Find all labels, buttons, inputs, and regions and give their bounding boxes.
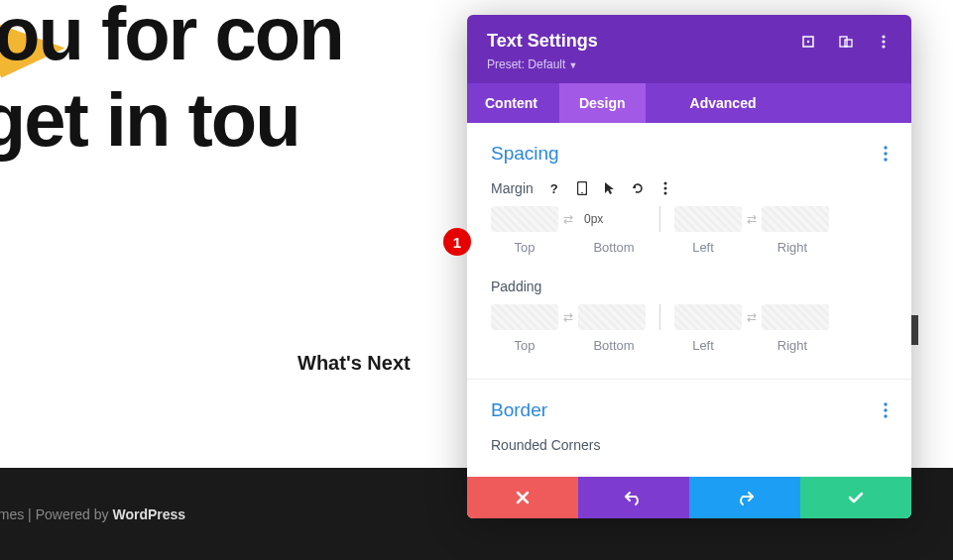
svg-rect-2 — [840, 37, 847, 47]
top-label: Top — [491, 240, 558, 255]
svg-point-15 — [884, 402, 887, 405]
spacing-title[interactable]: Spacing — [491, 143, 559, 165]
spacing-section: Spacing Margin ? — [467, 123, 911, 380]
bottom-label: Bottom — [580, 240, 648, 255]
tab-advanced[interactable]: Advanced — [646, 83, 778, 123]
heading-line-2: 'e'll get in tou — [0, 77, 299, 162]
svg-point-11 — [581, 192, 583, 194]
margin-left-input[interactable] — [674, 206, 742, 232]
hover-icon[interactable] — [603, 181, 617, 195]
footer-text: emes | Powered by WordPress — [0, 506, 185, 522]
padding-left-input[interactable] — [674, 304, 742, 330]
responsive-icon[interactable] — [838, 34, 854, 50]
link-icon[interactable]: ⇄ — [561, 310, 575, 324]
chevron-down-icon: ▼ — [568, 60, 577, 70]
panel-footer — [467, 477, 911, 518]
svg-point-9 — [884, 158, 887, 161]
link-icon[interactable]: ⇄ — [561, 212, 575, 226]
panel-header: Text Settings Preset: Default▼ — [467, 15, 911, 83]
bottom-label: Bottom — [580, 338, 648, 353]
svg-point-12 — [663, 182, 666, 185]
whats-next-heading: What's Next — [298, 352, 411, 375]
svg-point-13 — [663, 187, 666, 190]
more-icon[interactable] — [876, 34, 892, 50]
panel-title: Text Settings — [487, 31, 598, 52]
tab-design[interactable]: Design — [559, 83, 646, 123]
spacing-menu-icon[interactable] — [884, 146, 888, 162]
preset-selector[interactable]: Preset: Default▼ — [487, 57, 892, 71]
link-icon[interactable]: ⇄ — [745, 212, 759, 226]
help-icon[interactable]: ? — [547, 181, 561, 195]
save-button[interactable] — [800, 477, 911, 518]
left-label: Left — [669, 240, 737, 255]
text-settings-panel: Text Settings Preset: Default▼ Content D… — [467, 15, 911, 518]
rounded-corners-label: Rounded Corners — [491, 437, 601, 453]
svg-point-4 — [882, 35, 885, 38]
tab-content[interactable]: Content — [467, 83, 559, 123]
cancel-button[interactable] — [467, 477, 578, 518]
margin-label: Margin — [491, 180, 534, 196]
panel-tabs: Content Design Advanced — [467, 83, 911, 123]
padding-top-input[interactable] — [491, 304, 558, 330]
border-menu-icon[interactable] — [884, 402, 888, 418]
border-title[interactable]: Border — [491, 399, 547, 421]
undo-button[interactable] — [578, 477, 689, 518]
expand-icon[interactable] — [800, 34, 816, 50]
padding-bottom-input[interactable] — [578, 304, 646, 330]
left-label: Left — [669, 338, 737, 353]
svg-point-16 — [884, 408, 887, 411]
divider — [659, 206, 660, 232]
top-label: Top — [491, 338, 558, 353]
padding-label: Padding — [491, 279, 541, 294]
padding-right-input[interactable] — [762, 304, 829, 330]
svg-point-14 — [663, 192, 666, 195]
margin-top-input[interactable] — [491, 206, 558, 232]
svg-point-6 — [882, 45, 885, 48]
right-label: Right — [759, 240, 826, 255]
reset-icon[interactable] — [631, 181, 645, 195]
annotation-badge-1: 1 — [443, 228, 471, 256]
svg-point-5 — [882, 40, 885, 43]
link-icon[interactable]: ⇄ — [745, 310, 759, 324]
margin-right-input[interactable] — [762, 206, 829, 232]
svg-point-8 — [884, 152, 887, 155]
right-label: Right — [759, 338, 826, 353]
page-heading: nk you for con 'e'll get in tou — [0, 0, 343, 164]
svg-rect-3 — [845, 40, 852, 47]
redo-button[interactable] — [689, 477, 800, 518]
divider — [659, 304, 660, 330]
border-section: Border Rounded Corners — [467, 380, 911, 477]
panel-body[interactable]: Spacing Margin ? — [467, 123, 911, 477]
edge-sliver-decor — [911, 315, 918, 345]
svg-point-17 — [884, 414, 887, 417]
tablet-icon[interactable] — [575, 181, 589, 195]
margin-bottom-input[interactable] — [578, 206, 646, 232]
svg-point-1 — [807, 40, 809, 42]
svg-point-7 — [884, 146, 887, 149]
heading-line-1: nk you for con — [0, 0, 343, 75]
margin-more-icon[interactable] — [658, 181, 672, 195]
